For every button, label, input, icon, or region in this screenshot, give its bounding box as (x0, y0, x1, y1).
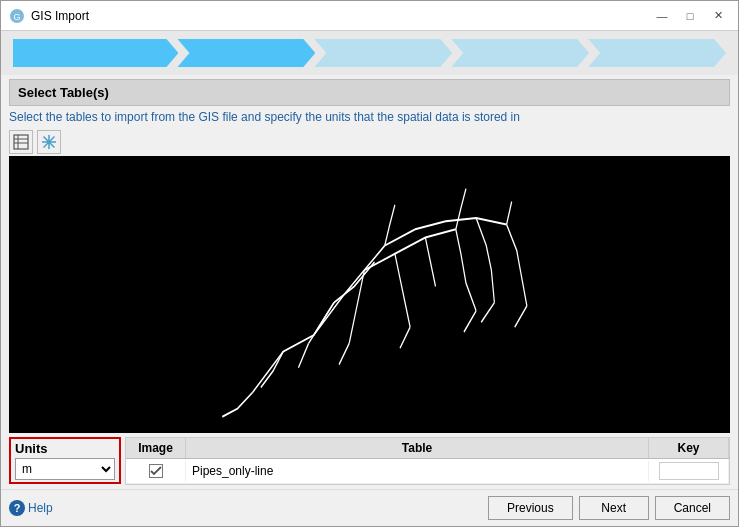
step-4 (451, 39, 589, 67)
svg-line-15 (481, 303, 494, 323)
title-bar: G GIS Import — □ ✕ (1, 1, 738, 31)
instruction-text: Select the tables to import from the GIS… (9, 106, 730, 128)
units-section: Units m ft km mi (9, 437, 121, 484)
row-checkbox[interactable] (149, 464, 163, 478)
svg-line-13 (400, 327, 410, 348)
table-icon-button[interactable] (9, 130, 33, 154)
section-header: Select Table(s) (9, 79, 730, 106)
help-icon: ? (9, 500, 25, 516)
map-preview (9, 156, 730, 433)
step-2 (177, 39, 315, 67)
table-panel: Image Table Key Pipes_only-line (125, 437, 730, 485)
col-header-table: Table (186, 438, 649, 458)
units-select[interactable]: m ft km mi (15, 458, 115, 480)
svg-line-11 (298, 343, 308, 367)
help-label: Help (28, 501, 53, 515)
window-controls: — □ ✕ (650, 6, 730, 26)
toolbar (9, 128, 730, 156)
minimize-button[interactable]: — (650, 6, 674, 26)
previous-button[interactable]: Previous (488, 496, 573, 520)
content-area: Select Table(s) Select the tables to imp… (1, 75, 738, 489)
col-header-image: Image (126, 438, 186, 458)
table-header: Image Table Key (126, 438, 729, 459)
bottom-panel: Units m ft km mi Image Table Key (9, 433, 730, 489)
svg-text:G: G (13, 12, 20, 22)
help-link[interactable]: ? Help (9, 500, 53, 516)
next-button[interactable]: Next (579, 496, 649, 520)
progress-steps (13, 39, 726, 67)
footer: ? Help Previous Next Cancel (1, 489, 738, 526)
main-window: G GIS Import — □ ✕ Select Table(s) Selec… (0, 0, 739, 527)
step-3 (314, 39, 452, 67)
step-5 (588, 39, 726, 67)
col-header-key: Key (649, 438, 729, 458)
svg-line-16 (515, 306, 527, 327)
svg-rect-2 (14, 135, 28, 149)
close-button[interactable]: ✕ (706, 6, 730, 26)
svg-line-14 (464, 311, 476, 332)
svg-line-12 (339, 343, 349, 364)
window-title: GIS Import (31, 9, 650, 23)
units-label: Units (15, 441, 115, 456)
table-row: Pipes_only-line (126, 459, 729, 484)
row-key-input[interactable] (659, 462, 719, 480)
progress-container (1, 31, 738, 75)
cancel-button[interactable]: Cancel (655, 496, 730, 520)
svg-point-10 (48, 141, 51, 144)
app-icon: G (9, 8, 25, 24)
row-table-name: Pipes_only-line (186, 461, 649, 481)
maximize-button[interactable]: □ (678, 6, 702, 26)
row-key-cell (649, 459, 729, 483)
row-image-cell (126, 461, 186, 481)
step-1 (13, 39, 178, 67)
snowflake-icon-button[interactable] (37, 130, 61, 154)
